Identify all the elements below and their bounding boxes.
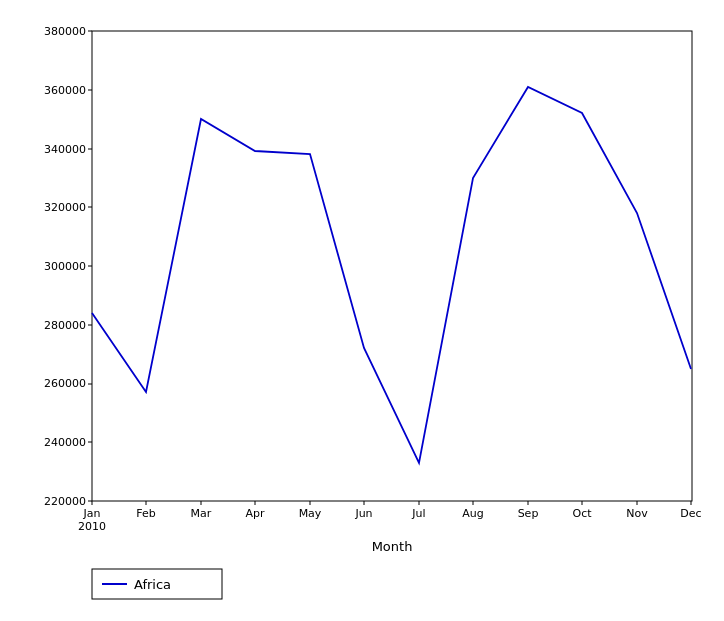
x-axis-label: Month [372, 539, 413, 554]
y-tick-380000: 380000 [44, 25, 86, 38]
plot-area [92, 31, 692, 501]
y-tick-320000: 320000 [44, 201, 86, 214]
x-tick-jan: Jan [83, 507, 101, 520]
x-tick-aug: Aug [462, 507, 483, 520]
x-tick-oct: Oct [572, 507, 592, 520]
x-tick-sep: Sep [518, 507, 539, 520]
x-tick-jun: Jun [354, 507, 372, 520]
x-tick-dec: Dec [680, 507, 701, 520]
y-tick-300000: 300000 [44, 260, 86, 273]
x-tick-nov: Nov [626, 507, 648, 520]
y-tick-240000: 240000 [44, 436, 86, 449]
x-tick-apr: Apr [245, 507, 265, 520]
y-tick-340000: 340000 [44, 143, 86, 156]
y-tick-360000: 360000 [44, 84, 86, 97]
y-tick-280000: 280000 [44, 319, 86, 332]
y-tick-260000: 260000 [44, 377, 86, 390]
y-tick-220000: 220000 [44, 495, 86, 508]
x-tick-feb: Feb [136, 507, 155, 520]
x-tick-may: May [299, 507, 322, 520]
x-tick-jul: Jul [411, 507, 425, 520]
x-tick-mar: Mar [191, 507, 212, 520]
legend-label: Africa [134, 577, 171, 592]
x-tick-jan-year: 2010 [78, 520, 106, 533]
chart-container: 220000 240000 260000 280000 300000 32000… [12, 11, 712, 611]
